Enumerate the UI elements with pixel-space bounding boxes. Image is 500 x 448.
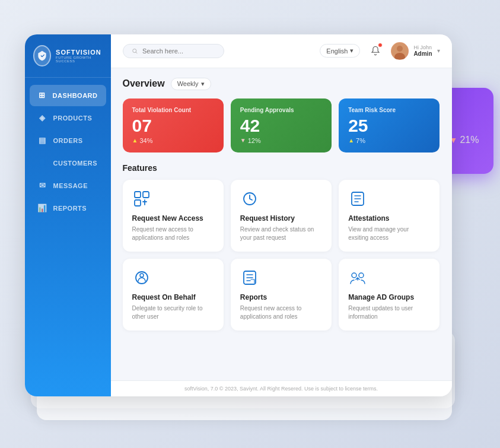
sidebar-logo: SOFTVISION FUTURE GROWTH SUCCESS [25, 34, 111, 78]
header: English ▾ [111, 34, 452, 68]
logo-sub: FUTURE GROWTH SUCCESS [56, 56, 102, 63]
footer-text: softVision, 7.0 © 2023, Saviynt. All Rig… [184, 386, 378, 392]
stat-change-violations: ▲ 34% [132, 137, 214, 144]
stat-change-risk: ▲ 7% [348, 137, 430, 144]
sidebar-label-products: PRODUCTS [53, 115, 93, 122]
dashboard-icon: ⊞ [38, 91, 47, 100]
search-icon [132, 47, 138, 55]
stats-grid: Total Violation Count 07 ▲ 34% Pending A… [123, 99, 440, 152]
feature-card-attestations[interactable]: Attestations View and manage your exsiti… [339, 180, 440, 252]
user-avatar [391, 42, 409, 60]
dashboard: SOFTVISION FUTURE GROWTH SUCCESS ⊞ DASHB… [25, 34, 452, 396]
footer: softVision, 7.0 © 2023, Saviynt. All Rig… [111, 380, 452, 396]
customers-icon: 👤 [38, 158, 47, 168]
stat-card-risk: Team Risk Score 25 ▲ 7% [339, 99, 440, 152]
attestations-icon [348, 189, 367, 208]
user-names: Hi John Admin [413, 45, 432, 57]
request-access-icon [132, 189, 151, 208]
user-role: Admin [413, 50, 432, 57]
sidebar-item-products[interactable]: ◈ PRODUCTS [30, 107, 106, 129]
period-label: Weekly [177, 80, 199, 87]
notification-button[interactable] [366, 42, 385, 61]
language-selector[interactable]: English ▾ [320, 44, 360, 58]
purple-card-change-value: 21% [460, 135, 479, 145]
svg-point-2 [397, 46, 403, 52]
svg-point-13 [359, 273, 364, 278]
approvals-change-val: 12% [248, 137, 261, 144]
sidebar-label-customers: CUSTOMERS [53, 160, 98, 167]
svg-rect-6 [135, 200, 141, 206]
svg-rect-4 [135, 192, 141, 198]
stat-change-approvals: ▼ 12% [240, 137, 322, 144]
sidebar-nav: ⊞ DASHBOARD ◈ PRODUCTS ▤ ORDERS 👤 CUSTOM… [25, 78, 111, 396]
svg-rect-5 [143, 192, 149, 198]
logo-name: SOFTVISION [56, 49, 102, 56]
manage-ad-icon [348, 268, 367, 287]
feature-name-manage-ad: Manage AD Groups [348, 293, 430, 301]
stat-value-risk: 25 [348, 117, 430, 135]
request-behalf-icon [132, 268, 151, 287]
period-chevron: ▾ [201, 80, 205, 88]
stat-label-risk: Team Risk Score [348, 107, 430, 113]
feature-desc-attestations: View and manage your exsiting access [348, 225, 430, 242]
overview-header: Overview Weekly ▾ [123, 78, 440, 90]
period-selector[interactable]: Weekly ▾ [171, 78, 211, 90]
reports-icon: 📊 [38, 204, 47, 213]
message-icon: ✉ [38, 181, 47, 190]
sidebar-item-reports[interactable]: 📊 REPORTS [30, 198, 106, 219]
feature-card-manage-ad[interactable]: Manage AD Groups Request updates to user… [339, 259, 440, 331]
products-icon: ◈ [38, 113, 47, 123]
logo-icon [33, 45, 52, 66]
feature-name-request-history: Request History [240, 214, 322, 223]
sidebar-label-message: MESSAGE [53, 182, 88, 189]
feature-name-reports: Reports [240, 293, 322, 301]
feature-name-attestations: Attestations [348, 214, 430, 223]
stat-value-violations: 07 [132, 117, 214, 135]
stat-card-violations: Total Violation Count 07 ▲ 34% [123, 99, 224, 152]
stat-label-approvals: Pending Approvals [240, 107, 322, 113]
feature-card-reports[interactable]: Reports Request new access to applicatio… [231, 259, 332, 331]
search-input[interactable] [142, 47, 215, 55]
features-grid: Request New Access Request new access to… [123, 180, 440, 331]
stat-card-approvals: Pending Approvals 42 ▼ 12% [231, 99, 332, 152]
sidebar-item-dashboard[interactable]: ⊞ DASHBOARD [30, 85, 106, 106]
language-label: English [326, 47, 348, 55]
svg-point-10 [140, 274, 144, 277]
feature-desc-request-history: Review and check status on your past req… [240, 225, 322, 242]
sidebar-item-message[interactable]: ✉ MESSAGE [30, 175, 106, 196]
approvals-arrow: ▼ [240, 137, 246, 144]
orders-icon: ▤ [38, 136, 47, 145]
feature-desc-manage-ad: Request updates to user information [348, 304, 430, 321]
risk-arrow: ▲ [348, 137, 354, 144]
feature-card-request-history[interactable]: Request History Review and check status … [231, 180, 332, 252]
lang-chevron: ▾ [350, 47, 353, 55]
sidebar-label-orders: ORDERS [53, 137, 83, 144]
purple-card-change: ▼ 21% [450, 135, 479, 145]
overview-title: Overview [123, 78, 165, 89]
request-history-icon [240, 189, 259, 208]
sidebar: SOFTVISION FUTURE GROWTH SUCCESS ⊞ DASHB… [25, 34, 111, 396]
user-chevron: ▾ [437, 47, 440, 54]
feature-name-request-behalf: Request On Behalf [132, 293, 214, 301]
feature-card-request-access[interactable]: Request New Access Request new access to… [123, 180, 224, 252]
stat-label-violations: Total Violation Count [132, 107, 214, 113]
feature-name-request-access: Request New Access [132, 214, 214, 223]
feature-desc-reports: Request new access to applications and r… [240, 304, 322, 321]
sidebar-item-orders[interactable]: ▤ ORDERS [30, 130, 106, 151]
content-area: Overview Weekly ▾ Total Violation Count … [111, 68, 452, 380]
stat-value-approvals: 42 [240, 117, 322, 135]
search-bar[interactable] [123, 44, 224, 58]
sidebar-label-dashboard: DASHBOARD [53, 92, 98, 99]
svg-point-12 [352, 273, 356, 278]
violations-change-val: 34% [139, 137, 152, 144]
user-greeting: Hi John [413, 45, 432, 50]
feature-card-request-behalf[interactable]: Request On Behalf Delegate to security r… [123, 259, 224, 331]
risk-change-val: 7% [356, 137, 365, 144]
sidebar-item-customers[interactable]: 👤 CUSTOMERS [30, 152, 106, 174]
feature-desc-request-behalf: Delegate to security role to other user [132, 304, 214, 321]
sidebar-label-reports: REPORTS [53, 205, 87, 212]
user-info[interactable]: Hi John Admin ▾ [391, 42, 440, 60]
main-content: English ▾ [111, 34, 452, 396]
scene: Change Team Size 02 ▼ 21% SOFTVISION [13, 17, 488, 432]
avatar-image [391, 43, 408, 59]
